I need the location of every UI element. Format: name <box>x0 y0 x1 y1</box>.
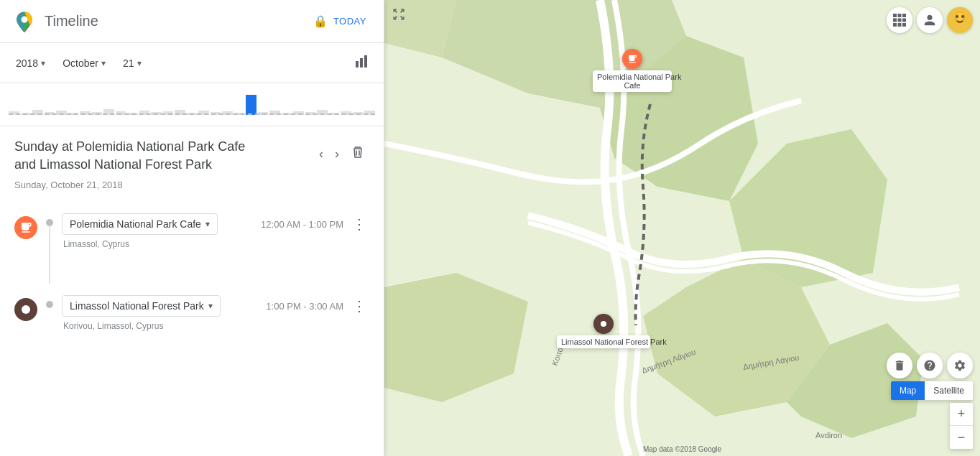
prev-day-button[interactable]: ‹ <box>315 142 328 166</box>
location-address-park: Korivou, Limassol, Cyprus <box>62 321 369 331</box>
year-selector[interactable]: 2018 ▾ <box>9 53 52 73</box>
location-chevron-icon: ▾ <box>205 219 210 229</box>
svg-rect-26 <box>898 23 902 27</box>
map-type-map-button[interactable]: Map <box>891 381 925 400</box>
connector-dot <box>46 301 53 308</box>
year-value: 2018 <box>16 57 38 69</box>
help-button[interactable] <box>917 353 943 378</box>
google-apps-button[interactable] <box>887 7 912 33</box>
location-name-button-cafe[interactable]: Polemidia National Park Cafe ▾ <box>62 213 218 235</box>
cafe-icon <box>14 216 37 239</box>
day-title: Sunday at Polemidia National Park Cafe a… <box>14 138 259 174</box>
day-nav: Sunday at Polemidia National Park Cafe a… <box>14 138 369 177</box>
bar-chart-icon <box>353 54 369 70</box>
day-date: Sunday, October 21, 2018 <box>14 180 369 190</box>
expand-icon[interactable] <box>392 7 406 24</box>
chart-toggle-button[interactable] <box>348 48 375 78</box>
svg-rect-25 <box>893 23 897 27</box>
map-panel: Κοιτού Δημήτρη Λάγιου Δημήτρη Λάγιου Avd… <box>384 0 980 456</box>
park-icon <box>14 298 37 321</box>
svg-rect-20 <box>898 14 902 17</box>
location-name-button-park[interactable]: Limassol National Forest Park ▾ <box>62 295 221 317</box>
location-details-cafe: Polemidia National Park Cafe ▾ 12:00 AM … <box>62 213 369 249</box>
header: Timeline 🔒 TODAY <box>0 0 384 43</box>
cafe-marker-label: Polemidia National ParkCafe <box>593 70 672 92</box>
chart-dashes <box>9 113 375 115</box>
park-marker-label: Limassol National Forest Park <box>557 335 650 348</box>
svg-point-31 <box>956 15 958 18</box>
location-address-cafe: Limassol, Cyprus <box>62 239 369 249</box>
google-account-button[interactable] <box>917 7 943 33</box>
svg-rect-24 <box>902 19 906 22</box>
day-title-container: Sunday at Polemidia National Park Cafe a… <box>14 138 315 177</box>
lock-icon: 🔒 <box>313 14 328 28</box>
svg-point-1 <box>22 16 28 22</box>
location-chevron-icon: ▾ <box>208 301 213 311</box>
svg-rect-23 <box>898 19 902 22</box>
month-value: October <box>63 57 98 69</box>
selected-day-bar <box>246 95 256 115</box>
svg-rect-3 <box>360 58 363 68</box>
svg-rect-21 <box>902 14 906 17</box>
delete-map-button[interactable] <box>887 353 912 378</box>
trash-icon <box>351 145 365 159</box>
map-background[interactable]: Κοιτού Δημήτρη Λάγιου Δημήτρη Λάγιου Avd… <box>384 0 980 456</box>
cafe-map-marker[interactable]: Polemidia National ParkCafe <box>593 49 672 92</box>
location-name-park: Limassol National Forest Park <box>70 300 204 312</box>
svg-point-5 <box>22 305 30 314</box>
today-button[interactable]: TODAY <box>328 10 372 32</box>
left-panel: Timeline 🔒 TODAY 2018 ▾ October ▾ 21 ▾ <box>0 0 384 456</box>
month-chevron-icon: ▾ <box>101 58 106 68</box>
more-options-park-button[interactable]: ⋮ <box>349 296 369 316</box>
svg-text:Avdiron: Avdiron <box>815 431 842 439</box>
zoom-in-button[interactable]: + <box>950 403 973 426</box>
connector-line <box>49 226 50 284</box>
location-time-cafe: 12:00 AM - 1:00 PM <box>261 219 343 230</box>
delete-day-button[interactable] <box>346 141 369 167</box>
maps-icon <box>11 9 37 34</box>
day-selector[interactable]: 21 ▾ <box>116 53 149 73</box>
date-selectors: 2018 ▾ October ▾ 21 ▾ <box>0 43 384 83</box>
connector-dot <box>46 219 53 226</box>
location-list: Polemidia National Park Cafe ▾ 12:00 AM … <box>14 208 369 337</box>
svg-rect-19 <box>893 14 897 17</box>
cafe-marker-circle <box>622 49 642 69</box>
month-selector[interactable]: October ▾ <box>55 53 113 73</box>
park-map-marker[interactable]: Limassol National Forest Park <box>557 314 650 348</box>
svg-rect-22 <box>893 19 897 22</box>
list-item: Polemidia National Park Cafe ▾ 12:00 AM … <box>14 208 369 289</box>
list-item: Limassol National Forest Park ▾ 1:00 PM … <box>14 289 369 337</box>
map-type-buttons: Map Satellite <box>891 381 973 400</box>
park-marker-circle <box>593 314 614 334</box>
map-copyright: Map data ©2018 Google <box>643 445 721 453</box>
more-options-cafe-button[interactable]: ⋮ <box>349 214 369 234</box>
map-bottom-icons <box>887 353 973 378</box>
map-type-satellite-button[interactable]: Satellite <box>925 381 973 400</box>
settings-button[interactable] <box>947 353 973 378</box>
location-details-park: Limassol National Forest Park ▾ 1:00 PM … <box>62 295 369 331</box>
mini-chart <box>0 83 384 126</box>
location-time-park: 1:00 PM - 3:00 AM <box>266 301 343 312</box>
zoom-out-button[interactable]: − <box>950 426 973 449</box>
map-bottom-right: Map Satellite + − <box>887 353 973 449</box>
svg-rect-4 <box>364 55 367 68</box>
svg-rect-2 <box>356 61 359 68</box>
nav-buttons: ‹ › <box>315 141 369 167</box>
year-chevron-icon: ▾ <box>41 58 45 68</box>
next-day-button[interactable]: › <box>330 142 343 166</box>
day-chevron-icon: ▾ <box>137 58 142 68</box>
svg-point-18 <box>601 321 606 327</box>
zoom-controls: + − <box>950 403 973 449</box>
timeline-content: Sunday at Polemidia National Park Cafe a… <box>0 126 384 456</box>
app-title: Timeline <box>45 13 308 29</box>
location-name-cafe: Polemidia National Park Cafe <box>70 218 201 230</box>
user-avatar[interactable] <box>947 7 973 33</box>
svg-point-32 <box>961 15 964 18</box>
svg-rect-27 <box>902 23 906 27</box>
day-value: 21 <box>123 57 134 69</box>
map-top-right-controls <box>887 7 973 33</box>
